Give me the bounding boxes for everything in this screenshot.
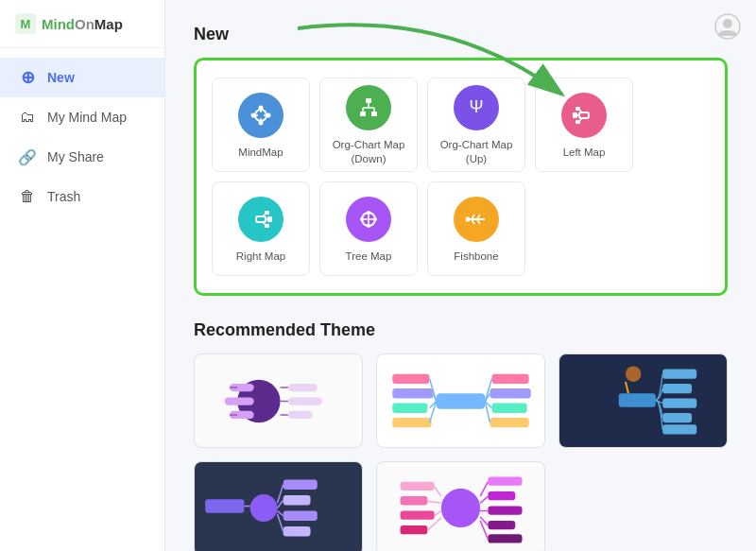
trash-icon: 🗑 bbox=[17, 186, 38, 207]
svg-point-3 bbox=[723, 19, 732, 28]
svg-rect-99 bbox=[488, 476, 522, 485]
map-item-org-up[interactable]: Ψ Org-Chart Map (Up) bbox=[427, 77, 525, 172]
svg-text:M: M bbox=[21, 17, 31, 31]
tree-map-label: Tree Map bbox=[346, 250, 392, 264]
theme-card-5[interactable] bbox=[376, 461, 545, 551]
recommended-title: Recommended Theme bbox=[194, 320, 728, 340]
svg-rect-92 bbox=[284, 526, 311, 536]
svg-rect-87 bbox=[205, 499, 244, 512]
map-item-right[interactable]: Right Map bbox=[212, 181, 310, 276]
sidebar-item-my-mind-map-label: My Mind Map bbox=[47, 110, 127, 125]
svg-rect-57 bbox=[225, 397, 254, 405]
svg-point-40 bbox=[373, 217, 377, 221]
svg-text:Ψ: Ψ bbox=[469, 97, 483, 116]
new-section-title: New bbox=[194, 25, 728, 44]
svg-point-7 bbox=[266, 112, 271, 117]
new-icon: ⊕ bbox=[17, 67, 38, 88]
svg-line-115 bbox=[435, 511, 441, 516]
svg-point-85 bbox=[626, 366, 642, 382]
svg-rect-29 bbox=[256, 216, 266, 222]
sidebar-item-trash-label: Trash bbox=[47, 189, 80, 204]
svg-rect-28 bbox=[576, 120, 580, 124]
svg-rect-110 bbox=[401, 496, 428, 505]
svg-point-9 bbox=[251, 112, 256, 117]
svg-line-113 bbox=[435, 487, 441, 496]
svg-rect-63 bbox=[392, 374, 429, 384]
svg-point-41 bbox=[367, 224, 370, 228]
theme-card-2[interactable] bbox=[376, 353, 545, 448]
org-down-svg bbox=[356, 95, 381, 120]
svg-rect-83 bbox=[662, 413, 692, 422]
svg-rect-16 bbox=[371, 112, 377, 116]
right-map-svg bbox=[249, 207, 273, 232]
map-item-fishbone[interactable]: Fishbone bbox=[427, 181, 525, 276]
svg-rect-81 bbox=[662, 384, 692, 393]
sidebar-navigation: ⊕ New 🗂 My Mind Map 🔗 My Share 🗑 Trash bbox=[0, 48, 164, 226]
tree-map-icon bbox=[346, 197, 391, 242]
svg-line-114 bbox=[427, 501, 440, 503]
svg-point-8 bbox=[259, 120, 264, 125]
svg-point-42 bbox=[360, 217, 364, 221]
theme-2-svg bbox=[377, 354, 544, 447]
sidebar-item-new-label: New bbox=[47, 70, 75, 85]
svg-rect-51 bbox=[288, 397, 322, 405]
left-map-svg bbox=[572, 103, 596, 128]
svg-rect-66 bbox=[392, 418, 431, 427]
map-grid: MindMap O bbox=[212, 77, 710, 276]
svg-point-48 bbox=[466, 216, 471, 221]
svg-line-86 bbox=[626, 382, 628, 393]
fishbone-icon bbox=[454, 197, 499, 242]
theme-1-svg bbox=[195, 354, 362, 447]
svg-point-6 bbox=[259, 105, 264, 110]
logo: M MindOnMap bbox=[0, 0, 164, 48]
svg-rect-109 bbox=[401, 482, 435, 491]
theme-4-svg bbox=[195, 462, 362, 551]
my-share-icon: 🔗 bbox=[17, 146, 38, 167]
org-down-label: Org-Chart Map(Down) bbox=[333, 138, 405, 166]
new-panel: MindMap O bbox=[194, 58, 728, 296]
theme-card-1[interactable] bbox=[194, 353, 363, 448]
svg-point-39 bbox=[367, 211, 370, 215]
sidebar: M MindOnMap ⊕ New 🗂 My Mind Map 🔗 My Sha… bbox=[0, 0, 165, 551]
sidebar-item-new[interactable]: ⊕ New bbox=[0, 58, 164, 97]
sidebar-item-trash[interactable]: 🗑 Trash bbox=[0, 177, 164, 216]
theme-card-4[interactable] bbox=[194, 461, 363, 551]
svg-rect-22 bbox=[579, 112, 589, 118]
new-section: New bbox=[194, 25, 728, 296]
sidebar-item-my-share[interactable]: 🔗 My Share bbox=[0, 137, 164, 177]
svg-rect-82 bbox=[662, 398, 696, 407]
svg-point-88 bbox=[250, 494, 278, 522]
svg-rect-100 bbox=[488, 491, 515, 500]
svg-rect-91 bbox=[284, 511, 318, 521]
svg-rect-74 bbox=[490, 418, 528, 427]
recommended-section: Recommended Theme bbox=[194, 320, 728, 551]
map-item-tree[interactable]: Tree Map bbox=[319, 181, 418, 276]
fishbone-label: Fishbone bbox=[454, 250, 498, 264]
svg-point-98 bbox=[441, 489, 480, 527]
org-up-icon: Ψ bbox=[454, 85, 499, 130]
svg-rect-89 bbox=[284, 480, 318, 490]
mindmap-svg bbox=[249, 103, 273, 128]
user-icon bbox=[714, 13, 741, 40]
sidebar-item-my-mind-map[interactable]: 🗂 My Mind Map bbox=[0, 97, 164, 137]
svg-rect-27 bbox=[576, 107, 580, 111]
svg-rect-90 bbox=[284, 495, 311, 505]
theme-grid bbox=[194, 353, 728, 551]
theme-3-svg bbox=[559, 354, 727, 447]
svg-rect-112 bbox=[401, 525, 428, 534]
theme-card-3[interactable] bbox=[558, 353, 728, 448]
svg-rect-103 bbox=[488, 534, 522, 542]
left-map-icon bbox=[561, 93, 607, 138]
user-avatar[interactable] bbox=[714, 13, 741, 43]
map-item-left[interactable]: Left Map bbox=[535, 77, 633, 172]
map-item-mindmap[interactable]: MindMap bbox=[212, 77, 310, 172]
logo-icon: M bbox=[15, 13, 36, 34]
org-down-icon bbox=[346, 85, 391, 130]
svg-rect-79 bbox=[619, 393, 656, 406]
map-item-org-down[interactable]: Org-Chart Map(Down) bbox=[319, 77, 418, 172]
svg-rect-31 bbox=[267, 216, 272, 222]
theme-5-svg bbox=[377, 462, 544, 551]
svg-rect-72 bbox=[490, 388, 530, 398]
svg-rect-24 bbox=[573, 112, 577, 118]
svg-rect-111 bbox=[401, 511, 435, 520]
